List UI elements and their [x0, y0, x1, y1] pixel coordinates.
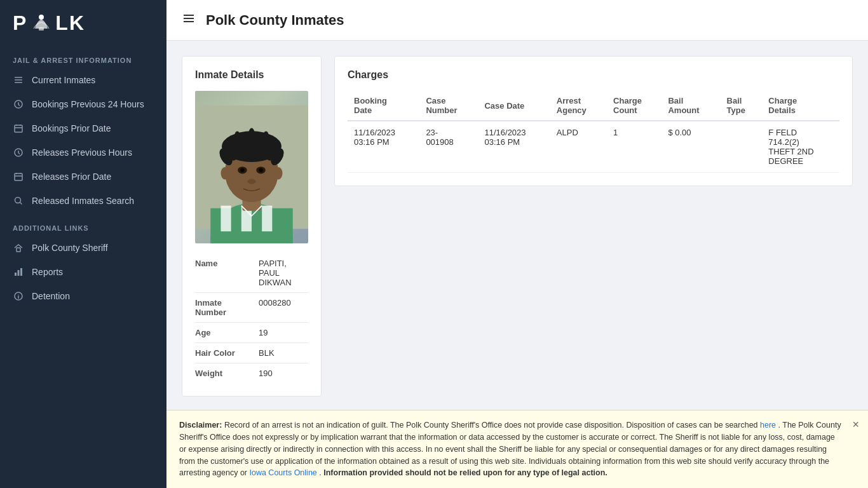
sidebar-item-releases-prior-date[interactable]: Releases Prior Date [0, 165, 166, 189]
sidebar-item-releases-24h[interactable]: Releases Previous Hours [0, 140, 166, 165]
sidebar-logo: P LK [0, 0, 166, 45]
charges-table: BookingDate CaseNumber Case Date ArrestA… [348, 91, 839, 173]
col-case-date: Case Date [478, 91, 550, 121]
sidebar-label-releases-prior-date: Releases Prior Date [32, 172, 111, 182]
charges-panel: Charges BookingDate CaseNumber Case Date… [334, 56, 853, 186]
weight-label: Weight [195, 369, 252, 378]
name-label: Name [195, 259, 252, 268]
svg-rect-3 [15, 79, 22, 81]
age-value: 19 [259, 328, 268, 337]
sidebar-label-current-inmates: Current Inmates [32, 75, 95, 85]
sidebar-item-current-inmates[interactable]: Current Inmates [0, 68, 166, 92]
sidebar-label-released-search: Released Inmates Search [32, 196, 134, 206]
clock-icon-1 [13, 98, 24, 110]
disclaimer-link-here[interactable]: here [760, 421, 776, 430]
cell-charge-details: F FELD714.2(2)THEFT 2NDDEGREE [762, 121, 839, 173]
sidebar-item-polk-sheriff[interactable]: Polk County Sheriff [0, 236, 166, 260]
svg-rect-6 [15, 125, 22, 132]
svg-point-0 [39, 15, 44, 20]
disclaimer-bold-label: Disclaimer: [179, 421, 222, 430]
inmate-panel-title: Inmate Details [195, 69, 308, 81]
cell-case-number: 23-001908 [419, 121, 478, 173]
section1-label: Jail & Arrest Information [0, 45, 166, 68]
inmate-weight-row: Weight 190 [195, 363, 308, 383]
cell-bail-type [721, 121, 763, 173]
hair-value: BLK [259, 348, 275, 358]
sidebar-item-detention[interactable]: Detention [0, 284, 166, 308]
col-bail-type: BailType [721, 91, 763, 121]
svg-rect-10 [17, 248, 20, 252]
clock-icon-2 [13, 147, 24, 158]
col-case-number: CaseNumber [419, 91, 478, 121]
col-charge-details: ChargeDetails [762, 91, 839, 121]
cell-booking-date: 11/16/202303:16 PM [348, 121, 419, 173]
sidebar-label-detention: Detention [32, 291, 70, 301]
calendar-icon-2 [13, 171, 24, 182]
svg-rect-20 [262, 206, 272, 231]
name-value: PAPITI, PAUL DIKWAN [259, 259, 308, 287]
sidebar-label-releases-24h: Releases Previous Hours [32, 147, 132, 158]
cell-bail-amount: $ 0.00 [661, 121, 720, 173]
number-label: Inmate Number [195, 298, 252, 317]
disclaimer-close-button[interactable]: × [852, 418, 859, 431]
age-label: Age [195, 328, 252, 337]
sidebar-label-reports: Reports [32, 267, 63, 277]
svg-rect-11 [15, 273, 17, 276]
disclaimer-link-iowa-courts[interactable]: Iowa Courts Online [249, 468, 316, 477]
svg-point-35 [248, 179, 256, 184]
sidebar-item-bookings-prior-date[interactable]: Bookings Prior Date [0, 116, 166, 140]
hair-label: Hair Color [195, 348, 252, 358]
disclaimer-text1: Record of an arrest is not an indication… [224, 421, 760, 430]
svg-point-37 [275, 167, 283, 179]
sidebar-item-bookings-24h[interactable]: Bookings Previous 24 Hours [0, 92, 166, 116]
svg-rect-8 [15, 173, 22, 180]
weight-value: 190 [259, 369, 273, 378]
main-content: Polk County Inmates Inmate Details [166, 0, 868, 488]
col-booking-date: BookingDate [348, 91, 419, 121]
topbar: Polk County Inmates [166, 0, 868, 41]
calendar-icon-1 [13, 123, 24, 134]
svg-rect-1 [39, 27, 44, 30]
svg-rect-2 [15, 77, 22, 78]
svg-point-33 [240, 168, 244, 172]
inmate-photo-svg [195, 91, 308, 243]
svg-point-28 [248, 128, 256, 153]
menu-toggle-icon[interactable] [182, 11, 196, 29]
info-icon [13, 290, 24, 302]
sidebar-label-bookings-prior-date: Bookings Prior Date [32, 123, 111, 133]
disclaimer-bold2: Information provided should not be relie… [323, 468, 607, 477]
svg-point-9 [15, 198, 21, 203]
logo-right: LK [55, 11, 85, 35]
logo: P LK [13, 11, 85, 35]
disclaimer-bar: × Disclaimer: Record of an arrest is not… [166, 410, 868, 488]
panels-row: Inmate Details [182, 56, 853, 396]
charges-table-header-row: BookingDate CaseNumber Case Date ArrestA… [348, 91, 839, 121]
inmate-number-row: Inmate Number 0008280 [195, 293, 308, 323]
col-bail-amount: BailAmount [661, 91, 720, 121]
svg-rect-12 [18, 270, 20, 276]
svg-point-34 [259, 168, 262, 172]
home-icon [13, 242, 24, 254]
section2-label: Additional Links [0, 213, 166, 236]
col-charge-count: ChargeCount [607, 91, 661, 121]
sidebar-item-released-search[interactable]: Released Inmates Search [0, 189, 166, 213]
table-row: 11/16/202303:16 PM 23-001908 11/16/20230… [348, 121, 839, 173]
inmate-hair-row: Hair Color BLK [195, 343, 308, 363]
col-arrest-agency: ArrestAgency [550, 91, 607, 121]
sidebar: P LK Jail & Arrest Information Current I… [0, 0, 166, 488]
svg-point-36 [220, 167, 229, 179]
svg-rect-18 [220, 206, 231, 231]
charges-panel-title: Charges [348, 69, 839, 81]
inmate-photo [195, 91, 308, 243]
cell-charge-count: 1 [607, 121, 661, 173]
sidebar-label-polk-sheriff: Polk County Sheriff [32, 243, 108, 253]
cell-case-date: 11/16/202303:16 PM [478, 121, 550, 173]
page-title: Polk County Inmates [206, 12, 344, 29]
inmate-details-panel: Inmate Details [182, 56, 322, 396]
list-icon [13, 74, 24, 86]
inmate-age-row: Age 19 [195, 323, 308, 343]
sidebar-item-reports[interactable]: Reports [0, 260, 166, 284]
logo-left: P [13, 11, 27, 35]
cell-arrest-agency: ALPD [550, 121, 607, 173]
svg-rect-4 [15, 82, 22, 83]
